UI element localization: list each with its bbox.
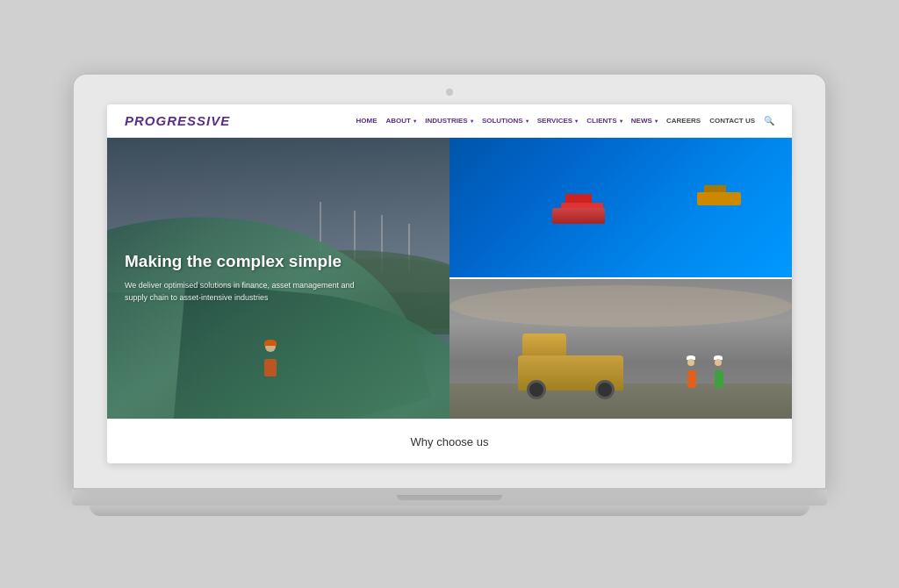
laptop-bezel: PROGRESSIVE HOME ABOUT ▾ INDUSTRIES ▾ SO… (72, 73, 827, 490)
hero-left-panel: Making the complex simple We deliver opt… (107, 138, 450, 419)
industries-dropdown-arrow: ▾ (471, 118, 473, 124)
nav-news[interactable]: NEWS ▾ (631, 117, 658, 125)
why-choose-us-section[interactable]: Why choose us (107, 419, 792, 463)
search-icon[interactable]: 🔍 (764, 116, 774, 125)
hero-text-block: Making the complex simple We deliver opt… (125, 252, 370, 305)
clients-dropdown-arrow: ▾ (620, 118, 622, 124)
worker1-body (687, 370, 696, 388)
worker2-body (715, 370, 723, 388)
worker1-head (687, 359, 694, 366)
laptop-container: PROGRESSIVE HOME ABOUT ▾ INDUSTRIES ▾ SO… (72, 73, 827, 516)
solutions-dropdown-arrow: ▾ (526, 118, 529, 124)
navbar: PROGRESSIVE HOME ABOUT ▾ INDUSTRIES ▾ SO… (107, 104, 792, 138)
laptop-base (72, 490, 827, 506)
laptop-bottom (90, 506, 809, 516)
worker-1 (687, 367, 696, 388)
hero-background: Making the complex simple We deliver opt… (107, 138, 450, 419)
worker-2 (715, 367, 723, 388)
mining-truck (518, 333, 623, 391)
nav-solutions[interactable]: SOLUTIONS ▾ (482, 117, 529, 125)
nav-home[interactable]: HOME (356, 117, 378, 125)
worker2-head (715, 359, 722, 366)
nav-services[interactable]: SERVICES ▾ (537, 117, 579, 125)
news-dropdown-arrow: ▾ (655, 118, 658, 124)
site-logo[interactable]: PROGRESSIVE (125, 113, 230, 128)
nav-clients[interactable]: CLIENTS ▾ (586, 117, 622, 125)
nav-careers[interactable]: CAREERS (666, 117, 701, 125)
browser-screen: PROGRESSIVE HOME ABOUT ▾ INDUSTRIES ▾ SO… (107, 104, 792, 463)
laptop-hinge (397, 495, 502, 500)
ship1-body (552, 208, 605, 224)
hero-right-panel (450, 138, 792, 419)
nav-about[interactable]: ABOUT ▾ (386, 117, 417, 125)
nav-links: HOME ABOUT ▾ INDUSTRIES ▾ SOLUTIONS ▾ SE… (356, 116, 774, 125)
about-dropdown-arrow: ▾ (414, 118, 416, 124)
hero-section: Making the complex simple We deliver opt… (107, 138, 792, 419)
mining-dust (450, 285, 792, 327)
cargo-ship-1 (552, 193, 605, 224)
services-dropdown-arrow: ▾ (575, 118, 578, 124)
ship2-body (697, 192, 741, 205)
mining-background (450, 279, 792, 419)
truck-wheel-left (527, 380, 546, 399)
hero-right-bottom-image (450, 277, 792, 419)
hero-subtitle: We deliver optimised solutions in financ… (125, 280, 370, 304)
nav-contact[interactable]: CONTACT US (709, 117, 755, 125)
hero-title: Making the complex simple (125, 252, 370, 272)
hero-right-top-image (450, 138, 792, 277)
why-choose-us-label: Why choose us (411, 435, 489, 448)
truck-wheel-right (595, 380, 615, 399)
ocean-background (450, 138, 792, 277)
cargo-ship-2 (697, 179, 741, 205)
nav-industries[interactable]: INDUSTRIES ▾ (425, 117, 473, 125)
